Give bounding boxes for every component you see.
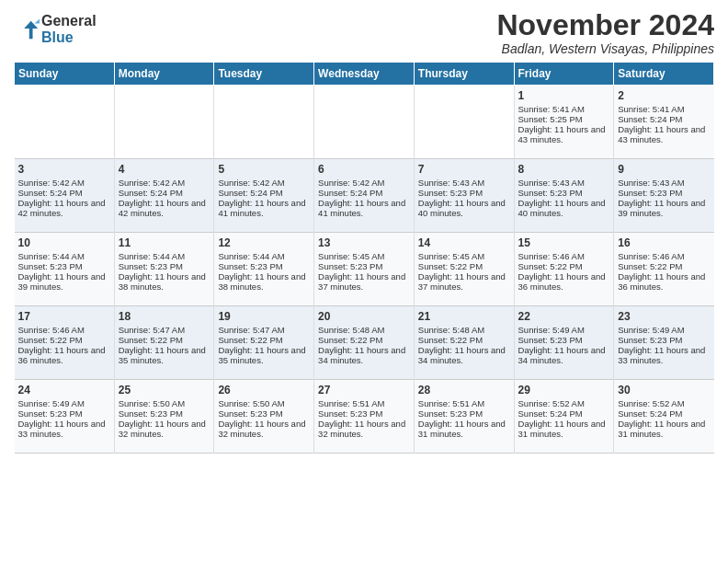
- calendar-day-header: Monday: [114, 63, 214, 86]
- day-info: Sunset: 5:23 PM: [418, 408, 510, 419]
- day-number: 6: [318, 163, 410, 176]
- day-info: Sunrise: 5:48 AM: [418, 325, 510, 335]
- day-info: Sunset: 5:23 PM: [518, 188, 610, 198]
- day-number: 8: [518, 163, 610, 176]
- svg-marker-1: [34, 19, 40, 24]
- day-info: Daylight: 11 hours and 39 minutes.: [18, 271, 110, 292]
- calendar-cell: 5Sunrise: 5:42 AMSunset: 5:24 PMDaylight…: [214, 159, 314, 233]
- calendar-cell: 13Sunrise: 5:45 AMSunset: 5:23 PMDayligh…: [314, 233, 415, 306]
- day-number: 19: [218, 310, 310, 323]
- day-number: 7: [418, 163, 510, 176]
- day-info: Daylight: 11 hours and 36 minutes.: [518, 271, 610, 292]
- calendar-week-row: 24Sunrise: 5:49 AMSunset: 5:23 PMDayligh…: [15, 380, 714, 454]
- day-info: Daylight: 11 hours and 37 minutes.: [418, 271, 510, 292]
- day-info: Daylight: 11 hours and 38 minutes.: [119, 271, 210, 292]
- day-info: Sunrise: 5:44 AM: [218, 251, 310, 261]
- day-number: 12: [218, 236, 310, 249]
- day-number: 23: [618, 310, 710, 323]
- day-info: Daylight: 11 hours and 37 minutes.: [318, 271, 410, 292]
- day-info: Sunrise: 5:49 AM: [618, 325, 710, 335]
- calendar-cell: 4Sunrise: 5:42 AMSunset: 5:24 PMDaylight…: [114, 159, 214, 233]
- day-number: 1: [518, 89, 610, 102]
- calendar-cell: 2Sunrise: 5:41 AMSunset: 5:24 PMDaylight…: [614, 86, 714, 159]
- day-info: Sunset: 5:22 PM: [318, 335, 410, 345]
- header: General Blue November 2024 Badlan, Weste…: [14, 9, 714, 56]
- calendar-cell: 25Sunrise: 5:50 AMSunset: 5:23 PMDayligh…: [114, 380, 214, 454]
- day-number: 29: [518, 384, 610, 396]
- location: Badlan, Western Visayas, Philippines: [496, 41, 714, 56]
- day-info: Sunrise: 5:42 AM: [318, 178, 410, 188]
- calendar-cell: 11Sunrise: 5:44 AMSunset: 5:23 PMDayligh…: [114, 233, 214, 306]
- calendar-day-header: Tuesday: [214, 63, 314, 86]
- calendar-cell: 24Sunrise: 5:49 AMSunset: 5:23 PMDayligh…: [15, 380, 115, 454]
- day-number: 25: [119, 384, 210, 396]
- day-info: Sunset: 5:23 PM: [18, 408, 110, 419]
- day-number: 11: [119, 236, 210, 249]
- day-info: Sunset: 5:24 PM: [318, 188, 410, 198]
- day-info: Sunrise: 5:45 AM: [318, 251, 410, 261]
- day-info: Daylight: 11 hours and 42 minutes.: [119, 198, 210, 218]
- calendar-cell: 6Sunrise: 5:42 AMSunset: 5:24 PMDaylight…: [314, 159, 415, 233]
- day-info: Sunset: 5:24 PM: [618, 114, 710, 124]
- day-info: Sunrise: 5:47 AM: [119, 325, 210, 335]
- day-info: Sunset: 5:22 PM: [18, 335, 110, 345]
- day-info: Sunset: 5:23 PM: [618, 335, 710, 345]
- day-info: Daylight: 11 hours and 42 minutes.: [18, 198, 110, 218]
- calendar-cell: 3Sunrise: 5:42 AMSunset: 5:24 PMDaylight…: [15, 159, 115, 233]
- day-number: 26: [218, 384, 310, 396]
- calendar-cell: 7Sunrise: 5:43 AMSunset: 5:23 PMDaylight…: [414, 159, 514, 233]
- calendar-cell: 21Sunrise: 5:48 AMSunset: 5:22 PMDayligh…: [414, 306, 514, 380]
- day-number: 2: [618, 89, 710, 102]
- day-info: Sunrise: 5:46 AM: [18, 325, 110, 335]
- day-info: Sunset: 5:23 PM: [318, 261, 410, 271]
- day-info: Sunset: 5:23 PM: [218, 408, 310, 419]
- day-info: Sunrise: 5:51 AM: [418, 398, 510, 408]
- calendar-cell: 1Sunrise: 5:41 AMSunset: 5:25 PMDaylight…: [514, 86, 614, 159]
- calendar-cell: 23Sunrise: 5:49 AMSunset: 5:23 PMDayligh…: [614, 306, 714, 380]
- day-number: 16: [618, 236, 710, 249]
- day-info: Daylight: 11 hours and 43 minutes.: [618, 124, 710, 144]
- day-info: Sunrise: 5:46 AM: [518, 251, 610, 261]
- day-number: 30: [618, 384, 710, 396]
- calendar-header-row: SundayMondayTuesdayWednesdayThursdayFrid…: [15, 63, 714, 86]
- calendar-day-header: Friday: [514, 63, 614, 86]
- calendar-cell: 28Sunrise: 5:51 AMSunset: 5:23 PMDayligh…: [414, 380, 514, 454]
- day-number: 9: [618, 163, 710, 176]
- day-number: 17: [18, 310, 110, 323]
- day-info: Sunrise: 5:50 AM: [218, 398, 310, 408]
- day-info: Sunset: 5:25 PM: [518, 114, 610, 124]
- day-info: Sunset: 5:24 PM: [518, 408, 610, 419]
- day-number: 24: [18, 384, 110, 396]
- day-info: Daylight: 11 hours and 32 minutes.: [318, 419, 410, 439]
- calendar-cell: [114, 86, 214, 159]
- day-info: Sunrise: 5:52 AM: [618, 398, 710, 408]
- day-info: Sunset: 5:23 PM: [418, 188, 510, 198]
- day-info: Sunset: 5:24 PM: [18, 188, 110, 198]
- calendar-cell: 18Sunrise: 5:47 AMSunset: 5:22 PMDayligh…: [114, 306, 214, 380]
- calendar-cell: [414, 86, 514, 159]
- day-number: 27: [318, 384, 410, 396]
- calendar-cell: 29Sunrise: 5:52 AMSunset: 5:24 PMDayligh…: [514, 380, 614, 454]
- calendar-day-header: Wednesday: [314, 63, 415, 86]
- day-info: Daylight: 11 hours and 33 minutes.: [618, 345, 710, 365]
- day-info: Sunset: 5:23 PM: [218, 261, 310, 271]
- day-number: 3: [18, 163, 110, 176]
- calendar-cell: 8Sunrise: 5:43 AMSunset: 5:23 PMDaylight…: [514, 159, 614, 233]
- day-info: Sunset: 5:22 PM: [119, 335, 210, 345]
- day-info: Sunrise: 5:49 AM: [18, 398, 110, 408]
- calendar-cell: 19Sunrise: 5:47 AMSunset: 5:22 PMDayligh…: [214, 306, 314, 380]
- calendar-cell: [314, 86, 415, 159]
- day-info: Daylight: 11 hours and 40 minutes.: [418, 198, 510, 218]
- calendar-week-row: 17Sunrise: 5:46 AMSunset: 5:22 PMDayligh…: [15, 306, 714, 380]
- day-info: Sunrise: 5:44 AM: [119, 251, 210, 261]
- calendar-cell: 27Sunrise: 5:51 AMSunset: 5:23 PMDayligh…: [314, 380, 415, 454]
- day-info: Daylight: 11 hours and 36 minutes.: [18, 345, 110, 365]
- calendar-cell: 16Sunrise: 5:46 AMSunset: 5:22 PMDayligh…: [614, 233, 714, 306]
- day-number: 10: [18, 236, 110, 249]
- day-info: Daylight: 11 hours and 40 minutes.: [518, 198, 610, 218]
- calendar-cell: 17Sunrise: 5:46 AMSunset: 5:22 PMDayligh…: [15, 306, 115, 380]
- calendar-week-row: 3Sunrise: 5:42 AMSunset: 5:24 PMDaylight…: [15, 159, 714, 233]
- day-info: Sunrise: 5:47 AM: [218, 325, 310, 335]
- logo: General Blue: [14, 13, 97, 46]
- day-info: Daylight: 11 hours and 31 minutes.: [418, 419, 510, 439]
